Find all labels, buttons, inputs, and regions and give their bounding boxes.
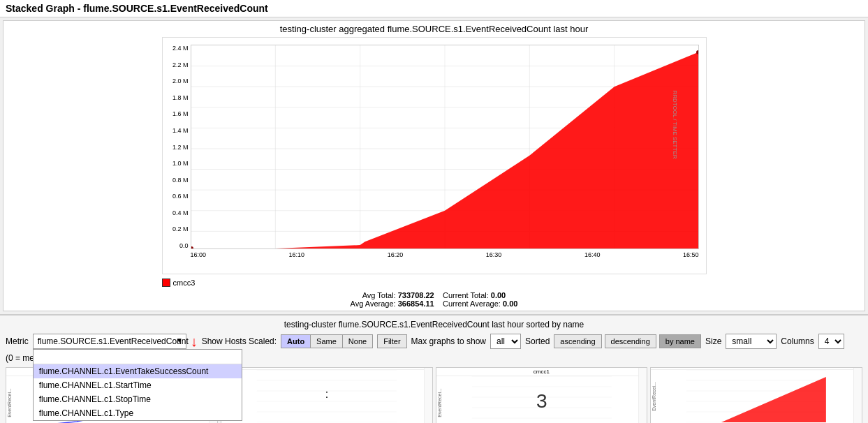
chart-svg	[191, 45, 698, 248]
y-axis-label: 2.4 M	[172, 45, 189, 52]
graph-title: testing-cluster aggregated flume.SOURCE.…	[6, 24, 862, 34]
dropdown-item[interactable]: flume.CHANNEL.c1.StopTime	[34, 392, 242, 406]
x-axis-label: 16:40	[584, 251, 601, 258]
thumbnail-card-3[interactable]: EventRecei...	[650, 367, 862, 423]
thumbnail-rotated-label	[853, 368, 862, 423]
sorted-btn-by-name[interactable]: by name	[659, 334, 701, 348]
stats-area: Avg Total: 733708.22 Current Total: 0.00…	[6, 291, 862, 308]
thumbnail-y-label: EventRecei...	[437, 388, 442, 417]
main-graph-section: testing-cluster aggregated flume.SOURCE.…	[3, 20, 865, 311]
current-total-label: Current Total:	[443, 291, 489, 299]
thumbnail-y-label: EventRecei...	[7, 388, 12, 417]
svg-point-15	[191, 246, 193, 248]
x-axis-labels: 16:0016:1016:2016:3016:4016:50	[191, 249, 699, 274]
show-hosts-btn-auto[interactable]: Auto	[281, 334, 310, 348]
thumbnail-card-1[interactable]: :	[221, 367, 433, 423]
avg-average-label: Avg Average:	[351, 299, 396, 308]
thumbnail-graph: EventRecei...	[651, 370, 862, 422]
show-hosts-scaled-label: Show Hosts Scaled:	[202, 336, 277, 346]
y-axis-label: 1.6 M	[172, 110, 189, 117]
metric-select-btn[interactable]: flume.SOURCE.s1.EventReceivedCount	[33, 334, 186, 349]
legend-label: cmcc3	[173, 279, 196, 287]
page-title: Stacked Graph - flume.SOURCE.s1.EventRec…	[0, 0, 868, 17]
svg-text::: :	[325, 388, 328, 400]
y-axis-label: 0.2 M	[172, 225, 189, 232]
y-axis-label: 2.0 M	[172, 77, 189, 84]
controls-row: Metric flume.SOURCE.s1.EventReceivedCoun…	[6, 334, 862, 363]
avg-total-label: Avg Total:	[362, 291, 396, 299]
x-axis-label: 16:10	[289, 251, 305, 258]
y-axis-label: 1.4 M	[172, 127, 189, 134]
main-graph-container: 0.00.2 M0.4 M0.6 M0.8 M1.0 M1.2 M1.4 M1.…	[162, 37, 707, 274]
thumbnail-y-label: EventRecei...	[652, 382, 656, 411]
size-label: Size	[705, 336, 721, 346]
svg-text:3: 3	[536, 390, 547, 412]
x-axis-label: 16:00	[191, 251, 207, 258]
y-axis-label: 0.4 M	[172, 209, 189, 216]
rotated-side-label: RRDTOOL / TIME SETTER	[672, 90, 678, 158]
svg-marker-43	[721, 377, 826, 422]
y-axis-label: 1.8 M	[172, 94, 189, 101]
thumbnail-rotated-label	[638, 368, 647, 423]
show-hosts-btn-none[interactable]: None	[342, 334, 373, 348]
dropdown-item[interactable]: flume.CHANNEL.c1.Type	[34, 406, 242, 420]
y-axis-label: 1.0 M	[172, 160, 189, 167]
legend-area: cmcc3	[162, 279, 707, 287]
y-axis-label: 0.8 M	[172, 177, 189, 184]
legend-color-box	[162, 279, 170, 287]
sorted-btn-descending[interactable]: descending	[605, 334, 656, 348]
x-axis-label: 16:30	[486, 251, 502, 258]
dropdown-item[interactable]: flume.CHANNEL.c1.EventTakeSuccessCount	[34, 364, 242, 378]
controls-section: testing-cluster flume.SOURCE.s1.EventRec…	[0, 314, 868, 423]
current-total-value: 0.00	[491, 291, 506, 299]
graph-area	[191, 45, 699, 249]
thumbnail-card-2[interactable]: cmcc13EventRecei...	[436, 367, 648, 423]
y-axis-labels: 0.00.2 M0.4 M0.6 M0.8 M1.0 M1.2 M1.4 M1.…	[163, 45, 191, 249]
thumbnail-title: cmcc1	[436, 368, 647, 376]
metric-search-input[interactable]	[34, 350, 242, 364]
size-select[interactable]: smallmediumlarge	[726, 334, 777, 349]
y-axis-label: 0.0	[179, 242, 189, 249]
avg-average-value: 366854.11	[398, 299, 434, 308]
sorted-btn-group: ascendingdescendingby name	[554, 334, 701, 348]
filter-button[interactable]: Filter	[377, 334, 406, 348]
max-graphs-label: Max graphs to show	[411, 336, 486, 346]
thumbnail-rotated-label	[424, 368, 432, 423]
columns-select[interactable]: 426	[818, 334, 844, 349]
dropdown-item[interactable]: flume.CHANNEL.c1.StartTime	[34, 378, 242, 392]
metric-dropdown-wrapper: flume.SOURCE.s1.EventReceivedCount flume…	[33, 334, 186, 349]
sorted-label: Sorted	[525, 336, 550, 346]
show-hosts-btn-same[interactable]: Same	[310, 334, 342, 348]
metric-dropdown-list[interactable]: flume.CHANNEL.c1.EventTakeSuccessCountfl…	[33, 349, 242, 421]
columns-label: Columns	[781, 336, 814, 346]
y-axis-label: 0.6 M	[172, 193, 189, 200]
avg-total-value: 733708.22	[398, 291, 434, 299]
thumbnail-graph: :	[221, 370, 432, 422]
dropdown-arrow-indicator: ↓	[191, 334, 198, 348]
cluster-subtitle: testing-cluster flume.SOURCE.s1.EventRec…	[6, 320, 862, 329]
sorted-btn-ascending[interactable]: ascending	[554, 334, 601, 348]
current-average-value: 0.00	[503, 299, 517, 308]
current-average-label: Current Average:	[443, 299, 501, 308]
x-axis-label: 16:50	[683, 251, 699, 258]
thumbnail-graph: 3EventRecei...	[436, 376, 647, 423]
y-axis-label: 2.2 M	[172, 61, 189, 68]
y-axis-label: 1.2 M	[172, 144, 189, 151]
metric-label: Metric	[6, 336, 29, 346]
x-axis-label: 16:20	[388, 251, 404, 258]
show-hosts-scaled-group: AutoSameNone	[281, 334, 373, 348]
max-graphs-select[interactable]: all51020	[490, 334, 521, 349]
